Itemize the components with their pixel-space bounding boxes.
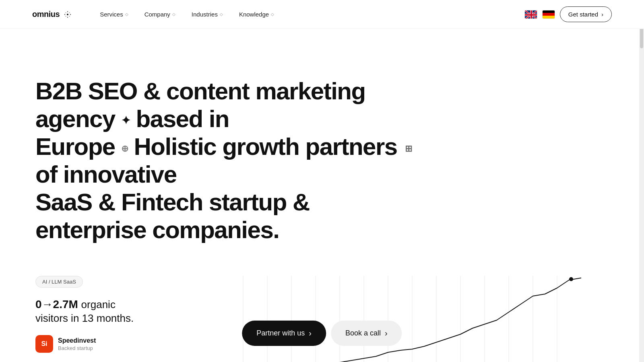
language-de[interactable] [542, 10, 555, 19]
svg-point-7 [66, 16, 66, 16]
nav-item-knowledge[interactable]: Knowledge ◇ [231, 8, 282, 21]
metric-label: organic [81, 298, 116, 311]
company-subtitle: Backed startup [58, 345, 96, 351]
hero-icon-dots: ✦ [121, 114, 130, 127]
company-logo: Si [35, 335, 53, 353]
metric-arrow: → [42, 298, 53, 311]
case-study-left: AI / LLM SaaS 0→2.7M organic visitors in… [35, 268, 188, 362]
case-study-section: AI / LLM SaaS 0→2.7M organic visitors in… [35, 268, 612, 362]
language-en[interactable] [524, 10, 537, 19]
scrollbar-track [639, 0, 644, 362]
logo[interactable]: omnius [32, 10, 72, 19]
nav-item-services[interactable]: Services ◇ [92, 8, 136, 21]
nav-links: Services ◇ Company ◇ Industries ◇ Knowle… [92, 8, 524, 21]
arrow-right-icon: › [601, 11, 603, 18]
svg-point-1 [67, 11, 68, 12]
chevron-down-icon: ◇ [125, 12, 128, 16]
svg-point-3 [64, 14, 65, 14]
traffic-chart [188, 272, 612, 362]
company-name: Speedinvest [58, 337, 96, 344]
tag-badge: AI / LLM SaaS [35, 276, 83, 288]
logo-icon [63, 10, 72, 19]
case-metric: 0→2.7M organic visitors in 13 months. [35, 297, 188, 325]
hero-icon-grid: ⊞ [405, 144, 412, 154]
cta-secondary-arrow-icon: › [385, 329, 388, 338]
nav-item-company[interactable]: Company ◇ [136, 8, 184, 21]
svg-point-2 [67, 16, 68, 17]
svg-point-0 [67, 14, 68, 15]
company-details: Speedinvest Backed startup [58, 337, 96, 351]
hero-headline: B2B SEO & content marketing agency ✦ bas… [35, 77, 422, 244]
nav-item-industries[interactable]: Industries ◇ [184, 8, 231, 21]
chevron-down-icon: ◇ [271, 12, 274, 16]
get-started-button[interactable]: Get started › [560, 6, 612, 22]
chart-endpoint [569, 277, 573, 281]
metric-bold: 0 [35, 298, 42, 311]
chart-area: ‹ › [188, 268, 612, 362]
svg-point-8 [69, 16, 70, 16]
nav-right: Get started › [524, 6, 612, 22]
navigation: omnius Services ◇ Company ◇ Industries ◇… [0, 0, 644, 29]
chevron-down-icon: ◇ [172, 12, 175, 16]
metric-value: 2.7M [53, 298, 78, 311]
hero-line4: of innovativeSaaS & Fintech startup & en… [35, 161, 310, 243]
metric-sub: visitors in 13 months. [35, 312, 188, 325]
svg-point-4 [70, 14, 71, 14]
logo-text: omnius [32, 10, 60, 19]
chevron-down-icon: ◇ [220, 12, 223, 16]
book-call-button[interactable]: Book a call › [331, 321, 402, 346]
cta-bar: Partner with us › Book a call › [242, 321, 402, 346]
main-content: B2B SEO & content marketing agency ✦ bas… [0, 0, 644, 362]
cta-primary-arrow-icon: › [309, 329, 312, 338]
svg-point-6 [69, 12, 70, 13]
hero-line3: Holistic growth partners [128, 133, 403, 160]
company-info: Si Speedinvest Backed startup [35, 335, 188, 353]
hero-icon-circle: ⊕ [121, 144, 128, 154]
partner-with-us-button[interactable]: Partner with us › [242, 321, 326, 346]
hero-section: B2B SEO & content marketing agency ✦ bas… [35, 29, 422, 260]
svg-point-5 [66, 12, 66, 13]
